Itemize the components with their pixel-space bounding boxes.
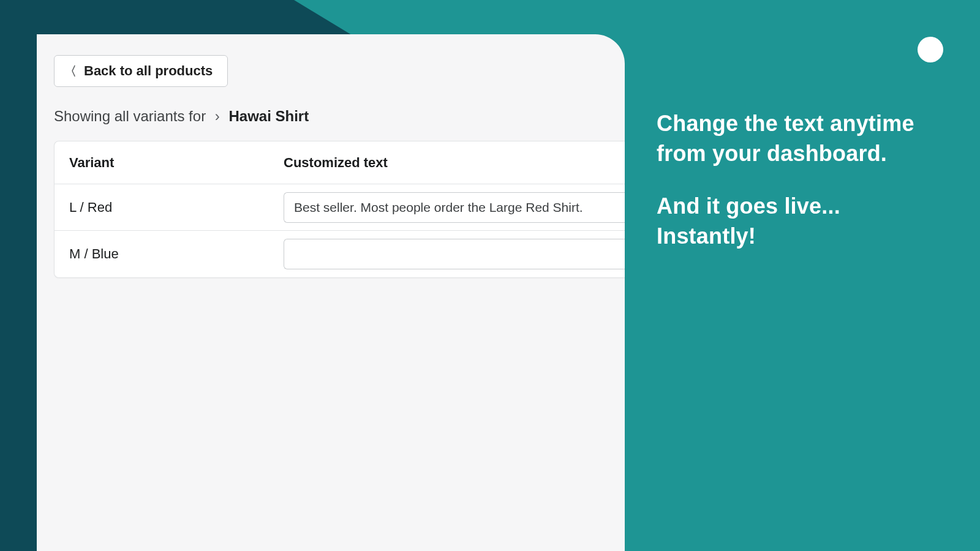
customized-text-input[interactable] xyxy=(284,192,625,223)
variants-table: Variant Customized text L / Red M / Blue xyxy=(54,141,625,278)
column-header-variant: Variant xyxy=(55,155,281,171)
table-row: M / Blue xyxy=(55,231,625,277)
table-header-row: Variant Customized text xyxy=(55,141,625,184)
breadcrumb: Showing all variants for › Hawai Shirt xyxy=(54,108,309,125)
promo-line-2: And it goes live... Instantly! xyxy=(657,192,926,251)
customized-text-input[interactable] xyxy=(284,239,625,269)
promo-text: Change the text anytime from your dashbo… xyxy=(657,109,926,251)
decorative-dot xyxy=(918,37,943,62)
chevron-left-icon: 〈 xyxy=(64,63,77,80)
table-row: L / Red xyxy=(55,184,625,231)
breadcrumb-separator: › xyxy=(215,108,220,124)
back-to-products-button[interactable]: 〈 Back to all products xyxy=(54,55,228,87)
variant-label: M / Blue xyxy=(55,246,281,262)
column-header-text: Customized text xyxy=(281,155,625,171)
promo-line-1: Change the text anytime from your dashbo… xyxy=(657,109,926,168)
dashboard-card: 〈 Back to all products Showing all varia… xyxy=(37,34,625,551)
breadcrumb-prefix: Showing all variants for xyxy=(54,108,206,124)
variant-label: L / Red xyxy=(55,200,281,216)
breadcrumb-product: Hawai Shirt xyxy=(228,108,309,124)
back-button-label: Back to all products xyxy=(84,63,213,79)
